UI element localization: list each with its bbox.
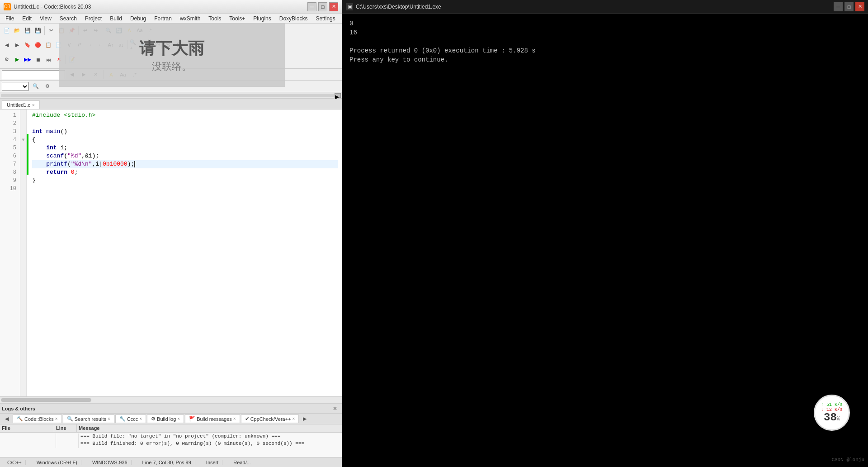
menu-file[interactable]: File xyxy=(2,14,18,23)
menu-fortran[interactable]: Fortran xyxy=(151,14,175,23)
menu-plugins[interactable]: Plugins xyxy=(250,14,274,23)
log-cell-file-2 xyxy=(2,441,56,448)
menu-debug[interactable]: Debug xyxy=(127,14,150,23)
code-line-8: return 0; xyxy=(32,168,338,176)
logs-close-icon[interactable]: ✕ xyxy=(330,404,340,414)
status-encoding: WINDOWS-936 xyxy=(89,460,132,465)
log-tab-cccc-close[interactable]: × xyxy=(139,416,142,421)
scrollbar-right-arrow[interactable]: ▶ xyxy=(335,93,341,98)
editor-hscroll[interactable] xyxy=(0,396,342,403)
fold-mark-4[interactable]: ▼ xyxy=(20,136,26,144)
log-tab-cccc-label: Cccc xyxy=(127,416,138,422)
log-tab-codeblocks[interactable]: 🔨 Code::Blocks × xyxy=(13,415,62,423)
toolbar-breakpoint[interactable]: 🔴 xyxy=(33,40,43,50)
toolbar-debug-next[interactable]: ⏭ xyxy=(43,55,53,65)
minimize-button[interactable]: ─ xyxy=(307,2,316,11)
codeblocks-titlebar: CB Untitled1.c - Code::Blocks 20.03 ─ □ … xyxy=(0,0,342,14)
fold-mark-3 xyxy=(20,128,26,136)
hscroll-thumb[interactable] xyxy=(1,398,91,402)
log-tab-codeblocks-close[interactable]: × xyxy=(55,416,58,421)
tab-untitled1[interactable]: Untitled1.c × xyxy=(2,100,40,109)
status-lang: C/C++ xyxy=(4,460,26,465)
console-output-line-5: Press any key to continue. xyxy=(349,55,861,64)
log-tab-search-close[interactable]: × xyxy=(108,416,110,421)
log-tab-search-icon: 🔍 xyxy=(67,416,73,422)
console-maximize-button[interactable]: □ xyxy=(844,2,854,11)
logs-prev-icon[interactable]: ◀ xyxy=(2,414,12,424)
toolbar-settings2[interactable]: ⚙ xyxy=(2,55,12,65)
console-close-button[interactable]: ✕ xyxy=(855,2,864,11)
log-tab-cccc[interactable]: 🔧 Cccc × xyxy=(115,415,146,423)
green-sidebar xyxy=(27,110,28,396)
green-fold-indicator xyxy=(27,134,28,175)
code-line-4: { xyxy=(32,136,338,144)
fold-mark-5 xyxy=(20,144,26,152)
status-readonly: Read/... xyxy=(230,460,255,465)
log-col-msg-header: Message xyxy=(77,424,342,432)
line-num-3: 3 xyxy=(0,128,20,136)
menu-toolsplus[interactable]: Tools+ xyxy=(226,14,249,23)
notification-line2: 没联络。 xyxy=(152,60,192,73)
toolbar-toclip[interactable]: 📋 xyxy=(43,40,53,50)
log-tab-buildmsg-close[interactable]: × xyxy=(233,416,236,421)
toolbar-save[interactable]: 💾 xyxy=(23,25,33,35)
console-minimize-button[interactable]: ─ xyxy=(834,2,843,11)
log-col-line-header: Line xyxy=(54,424,77,432)
toolbar-forward[interactable]: ▶ xyxy=(12,40,22,50)
toolbar-saveall[interactable]: 💾 xyxy=(33,25,43,35)
menu-project[interactable]: Project xyxy=(81,14,105,23)
log-tab-cppcheck-close[interactable]: × xyxy=(292,416,295,421)
maximize-button[interactable]: □ xyxy=(318,2,327,11)
menu-build[interactable]: Build xyxy=(106,14,126,23)
network-percent-container: 38 % xyxy=(824,412,840,423)
toolbar-debug-run[interactable]: ▶▶ xyxy=(23,55,33,65)
menu-view[interactable]: View xyxy=(36,14,55,23)
line-num-1: 1 xyxy=(0,111,20,119)
h-scrollbar-track[interactable] xyxy=(1,94,335,97)
menu-settings[interactable]: Settings xyxy=(312,14,339,23)
code-content[interactable]: #include <stdio.h> int main() { int i; s… xyxy=(28,110,342,396)
notification-overlay: 请下大雨 没联络。 xyxy=(59,24,285,87)
menu-tools[interactable]: Tools xyxy=(205,14,225,23)
log-tab-search[interactable]: 🔍 Search results × xyxy=(63,415,114,423)
toolbar-back[interactable]: ◀ xyxy=(2,40,12,50)
toolbar-bookmark[interactable]: 🔖 xyxy=(23,40,33,50)
tab-close-icon[interactable]: × xyxy=(32,103,35,108)
menu-edit[interactable]: Edit xyxy=(19,14,35,23)
log-tab-codeblocks-label: Code::Blocks xyxy=(24,416,54,422)
line-numbers: 1 2 3 4 5 6 7 8 9 10 xyxy=(0,110,20,396)
toolbar-debug-stop[interactable]: ⏹ xyxy=(33,55,43,65)
close-button[interactable]: ✕ xyxy=(329,2,338,11)
line-num-9: 9 xyxy=(0,176,20,185)
search-input[interactable] xyxy=(2,70,65,79)
build-search-icon[interactable]: 🔍 xyxy=(31,81,41,91)
fold-mark-1 xyxy=(20,111,26,119)
console-window: ▣ C:\Users\xxs\Desktop\Untitled1.exe ─ □… xyxy=(342,0,868,467)
line-num-8: 8 xyxy=(0,168,20,176)
fold-mark-9 xyxy=(20,176,26,185)
code-editor[interactable]: 1 2 3 4 5 6 7 8 9 10 ▼ xyxy=(0,110,342,396)
menu-wxsmith[interactable]: wxSmith xyxy=(176,14,204,23)
log-tab-buildlog-close[interactable]: × xyxy=(177,416,180,421)
build-settings-icon[interactable]: ⚙ xyxy=(42,81,52,91)
logs-table-header: File Line Message xyxy=(0,424,342,433)
log-tab-cppcheck[interactable]: ✔ CppCheck/Vera++ × xyxy=(241,415,299,423)
fold-mark-8 xyxy=(20,168,26,176)
status-bar: C/C++ Windows (CR+LF) WINDOWS-936 Line 7… xyxy=(0,457,342,467)
console-output-line-1: 0 xyxy=(349,19,861,28)
toolbar-cut[interactable]: ✂ xyxy=(46,25,56,35)
toolbar-new[interactable]: 📄 xyxy=(2,25,12,35)
network-widget: ↑ 51 K/s ↓ 12 K/s 38 % xyxy=(814,395,850,431)
top-scrollbar: ▶ xyxy=(0,92,342,99)
toolbar-run[interactable]: ▶ xyxy=(12,55,22,65)
build-target-select[interactable] xyxy=(2,82,29,91)
log-cell-msg-2: === Build finished: 0 error(s), 0 warnin… xyxy=(79,441,340,448)
log-tab-buildmsg[interactable]: 🚩 Build messages × xyxy=(185,415,240,423)
toolbar-open[interactable]: 📂 xyxy=(12,25,22,35)
code-line-7: printf("%d\n",i|0b10000); xyxy=(32,160,338,168)
log-tab-buildlog[interactable]: ⚙ Build log × xyxy=(147,415,184,423)
logs-scroll-right-icon[interactable]: ▶ xyxy=(300,414,310,424)
log-tab-search-label: Search results xyxy=(75,416,106,422)
menu-doxyblocks[interactable]: DoxyBlocks xyxy=(276,14,311,23)
menu-search[interactable]: Search xyxy=(56,14,80,23)
